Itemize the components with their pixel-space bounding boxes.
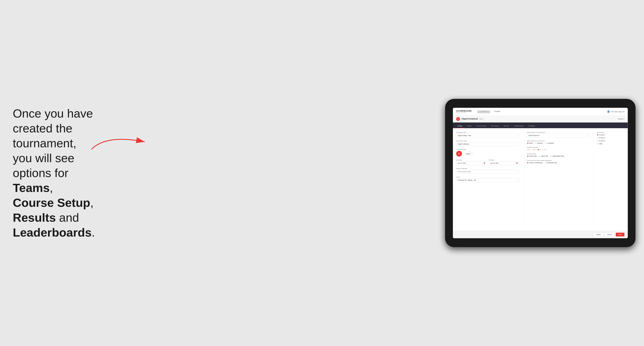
sponsor-input[interactable] (456, 170, 519, 173)
end-date-group: End date 📅 (489, 159, 519, 165)
upload-button[interactable]: Upload (464, 152, 472, 155)
individuals-only-option[interactable]: Individuals Only (544, 162, 557, 164)
end-date-label: End date (489, 159, 519, 161)
logo-subtitle: Powered by clippd (456, 112, 472, 113)
teams-plus-radio[interactable] (527, 162, 528, 164)
rounds-2-option[interactable]: 2 (532, 149, 535, 151)
start-date-wrapper: 📅 (456, 161, 487, 165)
tab-printables[interactable]: Printables (526, 124, 538, 128)
scoring-stroke-radio[interactable] (527, 155, 528, 157)
teams-radio-group: Teams (+Individuals) Individuals Only (527, 162, 590, 164)
teams-plus-individuals-option[interactable]: Teams (+Individuals) (527, 162, 542, 164)
cancel-button[interactable]: Cancel (605, 233, 615, 237)
tab-results[interactable]: Results (502, 124, 512, 128)
rounds-3-option[interactable]: 3 (538, 149, 540, 151)
tab-teams[interactable]: Teams (465, 124, 474, 128)
division-select[interactable]: NCAA Division III (527, 134, 590, 137)
format-type-label: Format type (597, 132, 624, 133)
tournament-name-group: Tournament name (456, 140, 519, 146)
rounds-radio-group: 1 2 3 (527, 149, 590, 151)
format-6count4-option[interactable]: 6 count 4 (597, 137, 624, 139)
tablet-screen: SCOREBOARD Powered by clippd TOURNAMENTS… (453, 108, 628, 238)
logo-circle: C (456, 151, 462, 157)
nav-teams[interactable]: TEAMS (494, 111, 500, 113)
format-6count5-radio[interactable] (597, 140, 598, 142)
rounds-4-radio[interactable] (543, 149, 544, 150)
tab-details[interactable]: Details (455, 124, 464, 128)
gender-mens-option[interactable]: Mens (527, 142, 533, 144)
format-6count5-option[interactable]: 6 count 5 (597, 140, 624, 142)
scoring-match-option[interactable]: Match Play (539, 155, 548, 157)
scoring-match-radio[interactable] (539, 155, 540, 157)
logo-upload: C Upload (456, 151, 519, 157)
start-date-input[interactable] (456, 161, 487, 165)
end-date-icon: 📅 (516, 162, 518, 164)
rounds-label: Number of rounds (527, 147, 590, 148)
scoring-medal-option[interactable]: Medal Match Play (550, 155, 564, 157)
gender-combined-label: Combined (547, 142, 554, 144)
format-other-radio[interactable] (597, 143, 598, 145)
venue-select[interactable]: Peachtree GC - Atlanta - GA (456, 178, 519, 182)
format-5count4-radio[interactable] (597, 134, 598, 136)
tablet: SCOREBOARD Powered by clippd TOURNAMENTS… (445, 99, 636, 247)
scoring-label: Scoring system (527, 153, 590, 155)
rounds-1-label: 1 (529, 149, 530, 151)
gender-womens-option[interactable]: Womens (535, 142, 543, 144)
rounds-1-radio[interactable] (527, 149, 528, 150)
sponsor-group: Sponsor (optional) (456, 168, 519, 174)
gender-combined-option[interactable]: Combined (545, 142, 554, 144)
scoring-radio-group: Stroke Play Match Play Medal Match Play (527, 155, 590, 157)
end-date-input[interactable] (489, 161, 519, 165)
gender-radio-group: Mens Womens Combined (527, 142, 590, 144)
tab-course-setup[interactable]: Course Setup (474, 124, 488, 128)
scoring-medal-label: Medal Match Play (552, 155, 564, 157)
main-content: Tournament Host Clippd College - Men Tou… (453, 128, 628, 238)
scoring-stroke-option[interactable]: Stroke Play (527, 155, 536, 157)
tab-bar: Details Teams Course Setup Tee Groups Re… (453, 122, 628, 128)
tournament-logo-label: Tournament logo (456, 149, 519, 150)
scoring-medal-radio[interactable] (550, 155, 552, 157)
tournament-host-select[interactable]: Clippd College - Men (456, 134, 519, 137)
left-form-column: Tournament Host Clippd College - Men Tou… (456, 132, 524, 227)
sponsor-label: Sponsor (optional) (456, 168, 519, 169)
logo-title: SCOREBOARD (456, 110, 472, 112)
arrow (90, 132, 149, 154)
cancel-header-button[interactable]: Cancel ✕ (618, 118, 624, 120)
form-footer: Delete Cancel Save (453, 231, 628, 238)
rounds-2-label: 2 (534, 149, 535, 151)
tournament-name-input[interactable] (456, 142, 519, 146)
gender-combined-radio[interactable] (545, 142, 546, 144)
nav-tournaments[interactable]: TOURNAMENTS (477, 110, 490, 113)
tab-leaderboards[interactable]: Leaderboards (512, 124, 526, 128)
tab-tee-groups[interactable]: Tee Groups (488, 124, 502, 128)
user-area: 👤 Test User | Sign out (607, 110, 624, 113)
venue-label: Venue (456, 176, 519, 178)
instruction-text: Once you have created the tournament, yo… (4, 98, 111, 248)
user-avatar: 👤 (607, 110, 610, 113)
gender-mens-label: Mens (529, 142, 533, 144)
start-date-label: Start date (456, 159, 487, 161)
format-6count4-radio[interactable] (597, 137, 598, 139)
user-text[interactable]: Test User | Sign out (611, 111, 624, 112)
format-5count4-option[interactable]: 5 count 4 (597, 134, 624, 136)
tournament-name: Clippd Invitational (462, 118, 478, 120)
gender-womens-radio[interactable] (535, 142, 536, 144)
gender-mens-radio[interactable] (527, 142, 528, 144)
rounds-4-option[interactable]: 4 (543, 149, 546, 151)
scoring-stroke-label: Stroke Play (529, 155, 537, 157)
tournament-logo-group: Tournament logo C Upload (456, 149, 519, 157)
format-radio-group: 5 count 4 6 count 4 6 count 5 (597, 134, 624, 145)
tournament-gender: (Men) (479, 118, 483, 120)
individuals-only-radio[interactable] (544, 162, 546, 164)
teams-label: Is this event for Teams and/or Individua… (527, 160, 590, 161)
save-button[interactable]: Save (616, 233, 624, 237)
rounds-2-radio[interactable] (532, 149, 534, 150)
format-other-option[interactable]: Other (597, 143, 624, 145)
tournament-header: C Clippd Invitational (Men) Cancel ✕ (453, 116, 628, 123)
teams-group: Is this event for Teams and/or Individua… (527, 160, 590, 164)
arrow-svg (90, 132, 149, 154)
individuals-only-label: Individuals Only (547, 162, 557, 164)
delete-button[interactable]: Delete (594, 233, 603, 237)
rounds-1-option[interactable]: 1 (527, 149, 530, 151)
rounds-3-radio[interactable] (538, 149, 539, 150)
